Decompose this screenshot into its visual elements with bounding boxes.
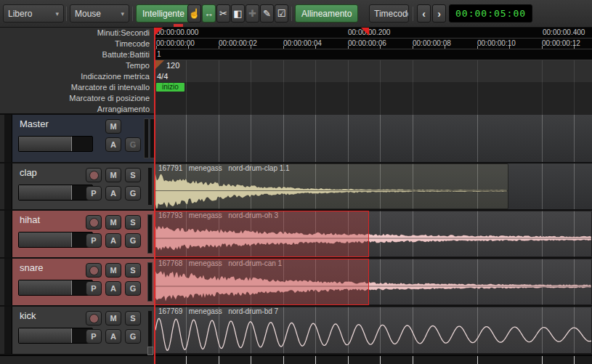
region-clap[interactable]: 167791 menegass nord-drum-clap 1.1 bbox=[155, 163, 508, 209]
mute-button[interactable]: M bbox=[105, 263, 121, 278]
track-name-kick[interactable]: kick bbox=[20, 310, 36, 321]
solo-button[interactable]: S bbox=[125, 263, 141, 278]
record-enable-button[interactable] bbox=[86, 263, 102, 278]
track-row-snare: snareMSPAG167768 menegass nord-drum-can … bbox=[0, 259, 592, 307]
mute-button[interactable]: M bbox=[105, 168, 121, 182]
minsec-ruler[interactable]: 00:00:00.00000:00:00.20000:00:00.400 bbox=[155, 28, 592, 39]
arrange-ruler[interactable] bbox=[155, 104, 592, 115]
range-ruler-label: Marcatore di intervallo bbox=[0, 82, 153, 93]
track-row-master: MasterMAG bbox=[0, 115, 592, 163]
snap-mode-button[interactable]: Allineamento bbox=[295, 4, 358, 23]
playlist-button[interactable]: P bbox=[86, 233, 102, 248]
track-header-hihat[interactable]: hihatMSPAG bbox=[12, 211, 155, 257]
record-enable-button[interactable] bbox=[86, 168, 102, 182]
automation-button[interactable]: A bbox=[105, 137, 121, 152]
track-header-clap[interactable]: clapMSPAG bbox=[12, 163, 155, 209]
playlist-button[interactable]: P bbox=[86, 281, 102, 296]
bars-ruler[interactable]: 1 bbox=[155, 49, 592, 60]
secondary-clock[interactable]: 00:00:05:00 bbox=[449, 4, 532, 23]
group-button[interactable]: G bbox=[125, 137, 141, 152]
automation-button[interactable]: A bbox=[105, 186, 121, 201]
resize-handle[interactable] bbox=[147, 347, 153, 355]
tempo-marker[interactable] bbox=[155, 60, 164, 70]
smart-mode-button[interactable]: Intelligente bbox=[136, 4, 191, 23]
gain-fader-clap[interactable] bbox=[18, 185, 93, 201]
ruler-tick bbox=[315, 46, 316, 49]
solo-button[interactable]: S bbox=[125, 168, 141, 182]
ruler-tick bbox=[477, 46, 478, 49]
draw-tool-button[interactable]: ✎ bbox=[260, 4, 274, 23]
position-ruler-label: Marcatore di posizione bbox=[0, 93, 153, 104]
minsec-mark: 00:00:00.400 bbox=[543, 28, 585, 36]
group-button[interactable]: G bbox=[125, 281, 141, 296]
mute-button[interactable]: M bbox=[105, 311, 121, 325]
group-button[interactable]: G bbox=[125, 186, 141, 201]
automation-button[interactable]: A bbox=[105, 233, 121, 248]
edit-point-select[interactable]: Mouse ▾ bbox=[70, 4, 129, 23]
track-header-kick[interactable]: kickMSPAG bbox=[12, 307, 155, 354]
nudge-back-button[interactable]: ‹ bbox=[417, 4, 431, 23]
track-header-master[interactable]: MasterMAG bbox=[12, 115, 155, 162]
nudge-forward-button[interactable]: › bbox=[432, 4, 446, 23]
track-name-snare[interactable]: snare bbox=[20, 262, 44, 273]
gain-fader-master[interactable] bbox=[18, 136, 93, 152]
ruler-tick bbox=[380, 46, 381, 49]
track-name-clap[interactable]: clap bbox=[20, 167, 37, 178]
level-meter bbox=[147, 167, 153, 206]
region-kick[interactable]: 167769 menegass nord-drum-bd 7 bbox=[155, 307, 592, 354]
timefx-tool-button[interactable]: ◧ bbox=[231, 4, 245, 23]
range-tool-button[interactable]: ↔ bbox=[202, 4, 216, 23]
track-row-kick: kickMSPAG167769 menegass nord-drum-bd 7 bbox=[0, 307, 592, 355]
gain-fader-kick[interactable] bbox=[18, 328, 93, 344]
ruler-lanes: 00:00:00.00000:00:00.20000:00:00.40000:0… bbox=[155, 28, 592, 115]
summary-bar[interactable] bbox=[0, 355, 592, 364]
playlist-button[interactable]: P bbox=[86, 329, 102, 344]
automation-button[interactable]: A bbox=[105, 329, 121, 344]
record-enable-button[interactable] bbox=[86, 311, 102, 325]
playhead[interactable] bbox=[154, 28, 155, 364]
gain-fader-hihat[interactable] bbox=[18, 232, 93, 248]
track-name-master[interactable]: Master bbox=[20, 118, 49, 129]
track-lane-snare[interactable]: 167768 menegass nord-drum-can 1 bbox=[155, 259, 592, 305]
range-ruler[interactable]: inizio bbox=[155, 82, 592, 93]
record-enable-button[interactable] bbox=[86, 215, 102, 230]
time-selection-hihat[interactable] bbox=[155, 211, 369, 257]
grab-tool-button[interactable]: ☝ bbox=[187, 4, 201, 23]
cut-tool-button[interactable]: ✂ bbox=[216, 4, 230, 23]
track-lane-master[interactable] bbox=[155, 115, 592, 162]
internal-edit-tool-button[interactable]: ✚ bbox=[246, 4, 259, 23]
mute-button[interactable]: M bbox=[105, 119, 121, 134]
toolbar-separator bbox=[132, 7, 133, 21]
automation-button[interactable]: A bbox=[105, 281, 121, 296]
track-lane-kick[interactable]: 167769 menegass nord-drum-bd 7 bbox=[155, 307, 592, 354]
solo-button[interactable]: S bbox=[125, 215, 141, 230]
gain-fader-snare[interactable] bbox=[18, 280, 93, 296]
session-marker-left[interactable] bbox=[155, 28, 163, 36]
meter-ruler[interactable]: 4/4 bbox=[155, 71, 592, 82]
ruler-tick bbox=[219, 46, 219, 49]
grid-mode-select[interactable]: Libero ▾ bbox=[3, 4, 64, 23]
clock-mode-select[interactable]: Timecode bbox=[369, 4, 409, 23]
session-marker-right[interactable] bbox=[361, 28, 369, 36]
arrange-ruler-label: Arrangiamento bbox=[0, 104, 153, 115]
mute-button[interactable]: M bbox=[105, 215, 121, 230]
track-name-hihat[interactable]: hihat bbox=[20, 214, 40, 225]
ruler-tick bbox=[509, 46, 510, 49]
timecode-ruler[interactable]: 00:00:00:0000:00:00:0200:00:00:0400:00:0… bbox=[155, 39, 592, 49]
content-tool-button[interactable]: ☑ bbox=[275, 4, 288, 23]
track-row-hihat: hihatMSPAG167793 menegass nord-drum-oh 3 bbox=[0, 211, 592, 259]
track-header-snare[interactable]: snareMSPAG bbox=[12, 259, 155, 305]
range-marker-inizio[interactable]: inizio bbox=[156, 83, 185, 92]
tempo-ruler[interactable]: 120 bbox=[155, 60, 592, 71]
solo-button[interactable]: S bbox=[125, 311, 141, 325]
position-ruler[interactable] bbox=[155, 93, 592, 104]
playlist-button[interactable]: P bbox=[86, 186, 102, 201]
track-lane-hihat[interactable]: 167793 menegass nord-drum-oh 3 bbox=[155, 211, 592, 257]
time-selection-snare[interactable] bbox=[155, 259, 369, 305]
record-icon bbox=[89, 314, 99, 323]
bars-ruler-label: Battute:Battiti bbox=[0, 49, 153, 60]
region-name-label: 167791 menegass nord-drum-clap 1.1 bbox=[158, 164, 290, 172]
track-lane-clap[interactable]: 167791 menegass nord-drum-clap 1.1 bbox=[155, 163, 592, 209]
group-button[interactable]: G bbox=[125, 233, 141, 248]
group-button[interactable]: G bbox=[125, 329, 141, 344]
